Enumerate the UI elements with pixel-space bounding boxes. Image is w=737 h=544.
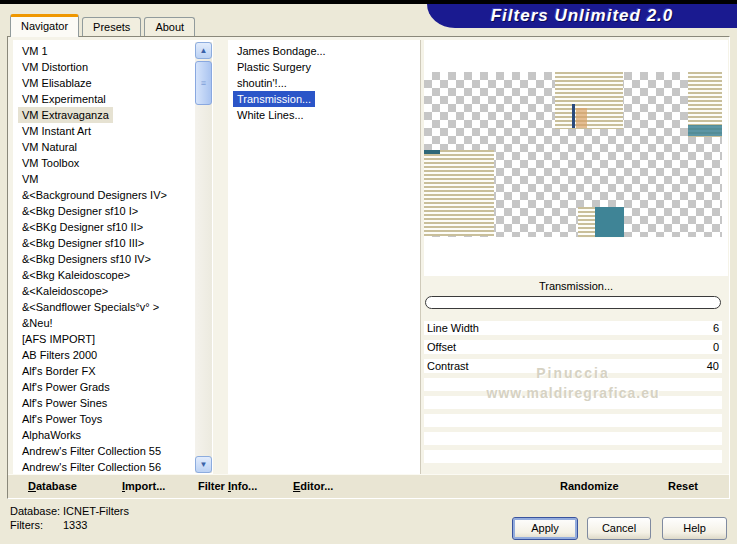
category-scrollbar[interactable]: ▲ ≡ ▼ xyxy=(195,42,212,473)
category-item[interactable]: Alf's Power Toys xyxy=(18,411,106,427)
category-item[interactable]: &<Bkg Designers sf10 IV> xyxy=(18,251,155,267)
app-title: Filters Unlimited 2.0 xyxy=(491,6,674,26)
parameter-row-empty xyxy=(424,432,722,445)
import-button[interactable]: Import... xyxy=(122,480,165,492)
status-filters-value: 1333 xyxy=(63,519,87,531)
category-item[interactable]: AlphaWorks xyxy=(18,427,85,443)
category-item[interactable]: AB Filters 2000 xyxy=(18,347,101,363)
category-item[interactable]: &<Bkg Kaleidoscope> xyxy=(18,267,134,283)
category-item[interactable]: VM Elisablaze xyxy=(18,75,96,91)
filter-info-button[interactable]: Filter Info... xyxy=(198,480,257,492)
status-database-value: ICNET-Filters xyxy=(63,505,129,517)
label-part: mport... xyxy=(125,480,165,492)
category-item[interactable]: Andrew's Filter Collection 56 xyxy=(18,459,165,475)
parameter-row-empty xyxy=(424,450,722,463)
scroll-down-icon: ▼ xyxy=(200,461,208,469)
preview-progress-bar[interactable] xyxy=(425,296,721,309)
scrollbar-grip-icon: ≡ xyxy=(201,79,206,88)
filter-item[interactable]: Plastic Surgery xyxy=(233,59,315,75)
parameter-value: 0 xyxy=(713,340,719,354)
help-button[interactable]: Help xyxy=(662,517,727,540)
category-item[interactable]: Andrew's Filter Collection 55 xyxy=(18,443,165,459)
category-item[interactable]: &<Kaleidoscope> xyxy=(18,283,112,299)
category-item[interactable]: &Neu! xyxy=(18,315,57,331)
cancel-button[interactable]: Cancel xyxy=(587,517,651,540)
selected-filter-caption: Transmission... xyxy=(424,280,728,292)
tab-presets[interactable]: Presets xyxy=(82,17,141,36)
scroll-up-icon: ▲ xyxy=(200,47,208,55)
filter-list[interactable]: James Bondage...Plastic Surgeryshoutin'!… xyxy=(228,40,421,477)
filter-item[interactable]: Transmission... xyxy=(233,91,315,107)
category-item[interactable]: VM Distortion xyxy=(18,59,92,75)
label-access-key: D xyxy=(28,480,36,492)
preview-pane[interactable] xyxy=(424,40,728,276)
tab-about[interactable]: About xyxy=(144,17,195,36)
randomize-button[interactable]: Randomize xyxy=(560,480,619,492)
category-item[interactable]: &<Bkg Designer sf10 III> xyxy=(18,235,148,251)
category-item[interactable]: VM Extravaganza xyxy=(18,107,113,123)
category-item[interactable]: VM xyxy=(18,171,43,187)
scroll-up-button[interactable]: ▲ xyxy=(195,42,212,59)
preview-patch xyxy=(555,72,623,129)
parameter-label: Contrast xyxy=(427,359,469,373)
category-item[interactable]: VM Natural xyxy=(18,139,81,155)
category-item[interactable]: [AFS IMPORT] xyxy=(18,331,99,347)
apply-button[interactable]: Apply xyxy=(512,517,578,540)
preview-patch-teal xyxy=(688,125,722,136)
parameter-row-empty xyxy=(424,378,722,391)
parameter-value: 6 xyxy=(713,321,719,335)
label-part: ditor... xyxy=(300,480,333,492)
preview-patch-teal xyxy=(595,207,624,237)
parameter-table: Line Width 6 Offset 0 Contrast 40 xyxy=(424,321,722,468)
filter-item[interactable]: James Bondage... xyxy=(233,43,330,59)
scrollbar-thumb[interactable]: ≡ xyxy=(195,61,212,105)
title-banner: Filters Unlimited 2.0 xyxy=(427,4,737,28)
category-item[interactable]: &<Sandflower Specials°v° > xyxy=(18,299,163,315)
database-button[interactable]: Database xyxy=(28,480,77,492)
parameter-label: Offset xyxy=(427,340,456,354)
category-item[interactable]: VM Experimental xyxy=(18,91,110,107)
tab-navigator[interactable]: Navigator xyxy=(10,14,79,37)
bottom-toolbar: Database Import... Filter Info... Editor… xyxy=(8,474,729,498)
label-part: Filter xyxy=(198,480,228,492)
label-part: atabase xyxy=(36,480,77,492)
main-panel: VM 1VM DistortionVM ElisablazeVM Experim… xyxy=(7,36,730,499)
category-item[interactable]: &<Background Designers IV> xyxy=(18,187,171,203)
tab-strip: Navigator Presets About xyxy=(10,14,195,36)
preview-patch xyxy=(424,150,494,236)
category-item[interactable]: VM Instant Art xyxy=(18,123,95,139)
parameter-row[interactable]: Contrast 40 xyxy=(424,359,722,373)
category-item[interactable]: &<BKg Designer sf10 II> xyxy=(18,219,147,235)
category-item[interactable]: VM 1 xyxy=(18,43,52,59)
parameter-row[interactable]: Offset 0 xyxy=(424,340,722,354)
parameter-row[interactable]: Line Width 6 xyxy=(424,321,722,335)
category-item[interactable]: Alf's Border FX xyxy=(18,363,100,379)
category-item[interactable]: Alf's Power Sines xyxy=(18,395,111,411)
category-item[interactable]: &<Bkg Designer sf10 I> xyxy=(18,203,142,219)
filter-item[interactable]: White Lines... xyxy=(233,107,308,123)
status-filters-label: Filters: xyxy=(10,519,43,531)
category-item[interactable]: VM Toolbox xyxy=(18,155,83,171)
preview-mark xyxy=(572,104,575,128)
category-list[interactable]: VM 1VM DistortionVM ElisablazeVM Experim… xyxy=(13,40,213,477)
preview-mark xyxy=(576,108,587,128)
parameter-row-empty xyxy=(424,414,722,427)
filter-list-items: James Bondage...Plastic Surgeryshoutin'!… xyxy=(228,40,420,123)
editor-button[interactable]: Editor... xyxy=(293,480,333,492)
parameter-value: 40 xyxy=(707,359,719,373)
filters-unlimited-dialog: Filters Unlimited 2.0 Navigator Presets … xyxy=(0,0,737,544)
reset-button[interactable]: Reset xyxy=(668,480,698,492)
parameter-label: Line Width xyxy=(427,321,479,335)
category-item[interactable]: Alf's Power Grads xyxy=(18,379,114,395)
category-list-items: VM 1VM DistortionVM ElisablazeVM Experim… xyxy=(13,40,213,475)
label-part: nfo... xyxy=(231,480,257,492)
status-database-label: Database: xyxy=(10,505,60,517)
parameter-row-empty xyxy=(424,396,722,409)
preview-mark xyxy=(424,150,440,154)
scroll-down-button[interactable]: ▼ xyxy=(195,456,212,473)
filter-item[interactable]: shoutin'!... xyxy=(233,75,291,91)
